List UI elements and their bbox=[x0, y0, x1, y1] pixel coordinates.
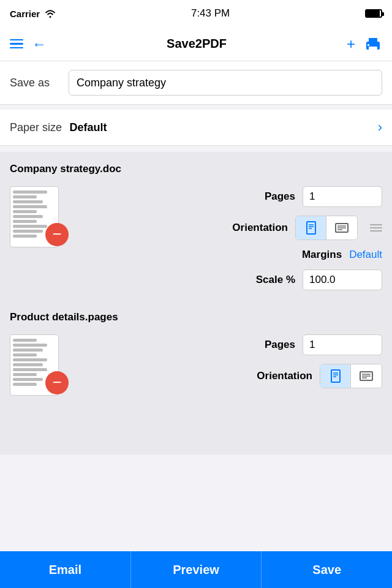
status-left: Carrier bbox=[10, 9, 56, 19]
landscape-icon-2 bbox=[359, 369, 374, 383]
paper-size-chevron: › bbox=[378, 119, 382, 135]
doc2-orientation-buttons bbox=[320, 364, 382, 388]
save-as-input[interactable] bbox=[69, 70, 382, 96]
doc1-title: Company strategy.doc bbox=[10, 158, 382, 183]
svg-rect-4 bbox=[307, 222, 315, 234]
doc2-remove-button[interactable]: − bbox=[45, 371, 69, 394]
status-time: 7:43 PM bbox=[191, 7, 230, 20]
doc1-remove-button[interactable]: − bbox=[45, 223, 69, 246]
bottom-toolbar: Email Preview Save bbox=[0, 551, 392, 588]
doc1-pages-input[interactable] bbox=[303, 186, 382, 207]
paper-size-label: Paper size Default bbox=[10, 121, 107, 134]
doc1-scale-input[interactable] bbox=[303, 270, 382, 290]
wifi-icon bbox=[45, 9, 56, 18]
paper-size-row[interactable]: Paper size Default › bbox=[0, 110, 392, 146]
doc2-orientation-row: Orientation bbox=[71, 364, 382, 388]
portrait-icon-2 bbox=[328, 369, 343, 383]
carrier-label: Carrier bbox=[10, 9, 40, 19]
svg-rect-2 bbox=[369, 47, 377, 51]
doc1-drag-handle bbox=[370, 224, 382, 232]
doc1-scale-label: Scale % bbox=[228, 274, 295, 286]
doc2-pages-input[interactable] bbox=[303, 334, 382, 355]
doc2-orientation-label: Orientation bbox=[245, 370, 312, 382]
save-as-label: Save as bbox=[10, 77, 59, 89]
svg-rect-12 bbox=[331, 370, 340, 382]
battery-icon bbox=[365, 9, 382, 18]
doc2-landscape-button[interactable] bbox=[351, 364, 382, 388]
minus-icon-2: − bbox=[52, 374, 61, 390]
doc1-pages-row: Pages bbox=[71, 186, 382, 207]
email-button[interactable]: Email bbox=[0, 551, 131, 588]
doc1-orientation-label: Orientation bbox=[221, 222, 288, 234]
nav-right: + bbox=[347, 36, 382, 53]
menu-button[interactable] bbox=[10, 39, 23, 49]
doc2-card: − Pages Orientation bbox=[10, 331, 382, 405]
doc1-card: − Pages Orientation bbox=[10, 183, 382, 300]
doc1-orientation-row: Orientation bbox=[71, 216, 382, 240]
save-button[interactable]: Save bbox=[262, 551, 392, 588]
svg-rect-3 bbox=[368, 44, 369, 46]
landscape-icon bbox=[334, 221, 349, 235]
doc1-margins-label: Margins bbox=[274, 249, 342, 261]
doc1-margins-row: Margins Default bbox=[71, 249, 382, 261]
doc1-landscape-button[interactable] bbox=[326, 216, 357, 239]
doc1-portrait-button[interactable] bbox=[296, 216, 326, 239]
paper-size-value: Default bbox=[70, 121, 107, 134]
status-bar: Carrier 7:43 PM bbox=[0, 0, 392, 27]
doc1-section: Company strategy.doc − bbox=[0, 152, 392, 300]
status-right bbox=[365, 9, 382, 18]
doc1-fields: Pages Orientation bbox=[71, 186, 382, 290]
save-as-row: Save as bbox=[0, 61, 392, 105]
svg-rect-1 bbox=[369, 38, 377, 43]
doc2-fields: Pages Orientation bbox=[71, 334, 382, 388]
doc2-pages-label: Pages bbox=[228, 339, 295, 351]
back-button[interactable]: ← bbox=[32, 36, 47, 53]
nav-title: Save2PDF bbox=[167, 37, 227, 51]
content: Save as Paper size Default › Company str… bbox=[0, 61, 392, 454]
doc2-portrait-button[interactable] bbox=[320, 364, 351, 388]
portrait-icon bbox=[304, 221, 318, 235]
nav-bar: ← Save2PDF + bbox=[0, 27, 392, 61]
printer-icon[interactable] bbox=[364, 36, 382, 53]
nav-left: ← bbox=[10, 36, 47, 53]
preview-button[interactable]: Preview bbox=[131, 551, 262, 588]
doc1-margins-value[interactable]: Default bbox=[349, 249, 382, 261]
doc1-scale-row: Scale % bbox=[71, 270, 382, 290]
paper-size-text: Paper size bbox=[10, 121, 62, 134]
doc1-pages-label: Pages bbox=[228, 190, 295, 203]
add-button[interactable]: + bbox=[347, 36, 355, 53]
minus-icon: − bbox=[52, 226, 61, 242]
doc2-pages-row: Pages bbox=[71, 334, 382, 355]
doc1-orientation-buttons bbox=[295, 216, 358, 240]
doc2-title: Product details.pages bbox=[10, 306, 382, 331]
doc2-section: Product details.pages − bbox=[0, 300, 392, 454]
